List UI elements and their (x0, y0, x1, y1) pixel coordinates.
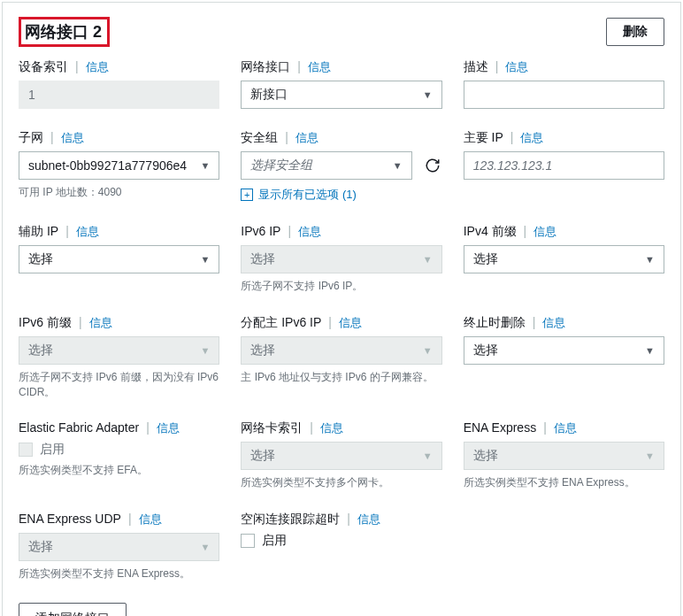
idle-timeout-label: 空闲连接跟踪超时 (241, 512, 340, 527)
plus-icon: + (241, 189, 253, 201)
add-network-interface-button[interactable]: 添加网络接口 (19, 603, 127, 616)
chevron-down-icon: ▼ (200, 542, 210, 552)
field-ena-express-udp: ENA Express UDP | 信息 选择 ▼ 所选实例类型不支持 ENA … (19, 512, 219, 581)
ipv6-ip-helper: 所选子网不支持 IPv6 IP。 (241, 279, 441, 294)
info-link[interactable]: 信息 (533, 224, 556, 240)
chevron-down-icon: ▼ (645, 345, 655, 356)
chevron-down-icon: ▼ (423, 450, 433, 461)
field-ipv6-prefix: IPv6 前缀 | 信息 选择 ▼ 所选子网不支持 IPv6 前缀，因为没有 I… (19, 315, 219, 400)
ena-express-select: 选择 ▼ (464, 442, 664, 470)
info-link[interactable]: 信息 (542, 315, 565, 331)
primary-ip-label: 主要 IP (464, 130, 503, 146)
info-link[interactable]: 信息 (298, 224, 321, 240)
assign-primary-ipv6-select: 选择 ▼ (241, 336, 441, 365)
idle-timeout-checkbox-label: 启用 (262, 533, 287, 549)
field-subnet: 子网 | 信息 subnet-0bb99271a777906e4 ▼ 可用 IP… (19, 130, 219, 203)
subnet-label: 子网 (19, 130, 43, 146)
info-link[interactable]: 信息 (157, 420, 180, 436)
info-link[interactable]: 信息 (86, 59, 109, 75)
info-link[interactable]: 信息 (295, 130, 318, 146)
field-security-group: 安全组 | 信息 选择安全组 ▼ + 显示所有已选项 (1) (241, 130, 441, 203)
ipv6-prefix-helper: 所选子网不支持 IPv6 前缀，因为没有 IPv6 CIDR。 (19, 370, 219, 400)
field-ena-express: ENA Express | 信息 选择 ▼ 所选实例类型不支持 ENA Expr… (464, 420, 664, 490)
subnet-helper: 可用 IP 地址数：4090 (19, 185, 219, 200)
chevron-down-icon: ▼ (423, 89, 433, 100)
ipv4-prefix-label: IPv4 前缀 (464, 224, 517, 240)
chevron-down-icon: ▼ (200, 345, 210, 356)
info-link[interactable]: 信息 (554, 420, 577, 436)
info-link[interactable]: 信息 (320, 420, 343, 436)
chevron-down-icon: ▼ (645, 450, 655, 461)
panel-header: 网络接口 2 删除 (19, 17, 664, 47)
field-nic-index: 网络卡索引 | 信息 选择 ▼ 所选实例类型不支持多个网卡。 (241, 420, 441, 490)
delete-on-termination-select[interactable]: 选择 ▼ (464, 336, 664, 365)
info-link[interactable]: 信息 (357, 512, 380, 527)
info-link[interactable]: 信息 (339, 315, 362, 331)
device-index-label: 设备索引 (19, 59, 68, 75)
field-network-interface: 网络接口 | 信息 新接口 ▼ (241, 59, 441, 109)
field-device-index: 设备索引 | 信息 1 (19, 59, 219, 109)
field-delete-on-termination: 终止时删除 | 信息 选择 ▼ (464, 315, 664, 400)
nic-index-label: 网络卡索引 (241, 420, 303, 436)
field-description: 描述 | 信息 (464, 59, 664, 109)
info-link[interactable]: 信息 (139, 512, 162, 527)
delete-on-termination-label: 终止时删除 (464, 315, 526, 331)
secondary-ip-label: 辅助 IP (19, 224, 58, 240)
nic-index-select: 选择 ▼ (241, 442, 441, 470)
field-secondary-ip: 辅助 IP | 信息 选择 ▼ (19, 224, 219, 294)
efa-checkbox (19, 443, 33, 457)
ipv6-ip-select: 选择 ▼ (241, 245, 441, 273)
refresh-icon[interactable] (423, 156, 442, 175)
idle-timeout-checkbox[interactable] (241, 534, 255, 548)
network-interface-panel: 网络接口 2 删除 设备索引 | 信息 1 网络接口 | 信息 新接口 ▼ (2, 2, 681, 616)
ena-express-udp-select: 选择 ▼ (19, 533, 219, 561)
assign-primary-ipv6-helper: 主 IPv6 地址仅与支持 IPv6 的子网兼容。 (241, 370, 441, 385)
info-link[interactable]: 信息 (89, 315, 112, 331)
device-index-value: 1 (19, 81, 219, 109)
chevron-down-icon: ▼ (200, 254, 210, 265)
chevron-down-icon: ▼ (423, 254, 433, 265)
field-efa: Elastic Fabric Adapter | 信息 启用 所选实例类型不支持… (19, 420, 219, 490)
network-interface-label: 网络接口 (241, 59, 290, 75)
chevron-down-icon: ▼ (200, 160, 210, 171)
info-link[interactable]: 信息 (520, 130, 543, 146)
ena-express-label: ENA Express (464, 420, 536, 435)
efa-helper: 所选实例类型不支持 EFA。 (19, 463, 219, 478)
info-link[interactable]: 信息 (308, 59, 331, 75)
field-ipv4-prefix: IPv4 前缀 | 信息 选择 ▼ (464, 224, 664, 294)
primary-ip-input[interactable] (464, 151, 664, 180)
ipv6-prefix-select: 选择 ▼ (19, 336, 219, 365)
field-ipv6-ip: IPv6 IP | 信息 选择 ▼ 所选子网不支持 IPv6 IP。 (241, 224, 441, 294)
ipv6-ip-label: IPv6 IP (241, 224, 280, 238)
secondary-ip-select[interactable]: 选择 ▼ (19, 245, 219, 273)
info-link[interactable]: 信息 (76, 224, 99, 240)
subnet-select[interactable]: subnet-0bb99271a777906e4 ▼ (19, 151, 219, 180)
security-group-select[interactable]: 选择安全组 ▼ (241, 151, 411, 180)
info-link[interactable]: 信息 (61, 130, 84, 146)
efa-label: Elastic Fabric Adapter (19, 420, 139, 435)
delete-button[interactable]: 删除 (606, 18, 664, 46)
chevron-down-icon: ▼ (645, 254, 655, 265)
efa-checkbox-label: 启用 (40, 442, 65, 458)
field-idle-timeout: 空闲连接跟踪超时 | 信息 启用 (241, 512, 441, 581)
panel-title: 网络接口 2 (19, 17, 110, 47)
chevron-down-icon: ▼ (423, 345, 433, 356)
field-assign-primary-ipv6: 分配主 IPv6 IP | 信息 选择 ▼ 主 IPv6 地址仅与支持 IPv6… (241, 315, 441, 400)
ena-express-udp-helper: 所选实例类型不支持 ENA Express。 (19, 566, 219, 581)
nic-index-helper: 所选实例类型不支持多个网卡。 (241, 475, 441, 490)
description-label: 描述 (464, 59, 488, 75)
field-primary-ip: 主要 IP | 信息 (464, 130, 664, 203)
info-link[interactable]: 信息 (505, 59, 528, 75)
ipv6-prefix-label: IPv6 前缀 (19, 315, 72, 331)
description-input[interactable] (464, 81, 664, 109)
assign-primary-ipv6-label: 分配主 IPv6 IP (241, 315, 321, 331)
network-interface-select[interactable]: 新接口 ▼ (241, 81, 441, 109)
security-group-label: 安全组 (241, 130, 278, 146)
ena-express-udp-label: ENA Express UDP (19, 512, 121, 526)
chevron-down-icon: ▼ (393, 160, 403, 171)
ipv4-prefix-select[interactable]: 选择 ▼ (464, 245, 664, 273)
ena-express-helper: 所选实例类型不支持 ENA Express。 (464, 475, 664, 490)
show-all-selected-link[interactable]: + 显示所有已选项 (1) (241, 187, 441, 203)
